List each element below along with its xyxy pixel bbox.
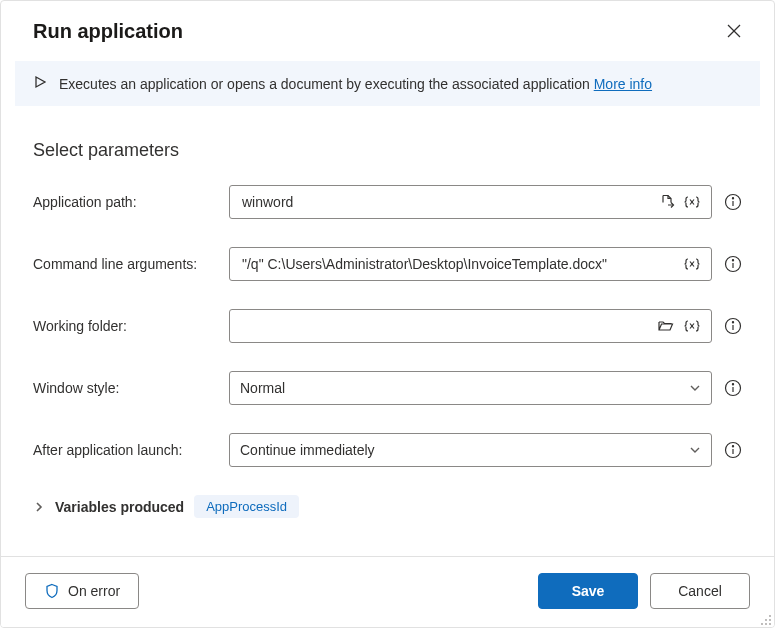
- label-application-path: Application path:: [33, 194, 229, 210]
- window-style-value: Normal: [240, 380, 285, 396]
- working-folder-input[interactable]: [240, 317, 651, 335]
- select-folder-icon[interactable]: [657, 318, 675, 334]
- application-path-input-wrap[interactable]: [229, 185, 712, 219]
- section-title: Select parameters: [33, 140, 742, 161]
- label-command-line-arguments: Command line arguments:: [33, 256, 229, 272]
- window-style-select[interactable]: Normal: [229, 371, 712, 405]
- variable-picker-icon[interactable]: [683, 256, 701, 272]
- row-working-folder: Working folder:: [33, 309, 742, 343]
- info-icon-after-launch[interactable]: [724, 441, 742, 459]
- label-after-launch: After application launch:: [33, 442, 229, 458]
- after-launch-select[interactable]: Continue immediately: [229, 433, 712, 467]
- dialog-content: Select parameters Application path:: [1, 120, 774, 556]
- application-path-input[interactable]: [240, 193, 653, 211]
- close-button[interactable]: [722, 19, 746, 43]
- shield-icon: [44, 583, 60, 599]
- row-application-path: Application path:: [33, 185, 742, 219]
- info-banner: Executes an application or opens a docum…: [15, 61, 760, 106]
- variable-chip-appprocessid[interactable]: AppProcessId: [194, 495, 299, 518]
- command-line-arguments-input-wrap[interactable]: [229, 247, 712, 281]
- row-command-line-arguments: Command line arguments:: [33, 247, 742, 281]
- more-info-link[interactable]: More info: [594, 76, 652, 92]
- variables-produced-label: Variables produced: [55, 499, 184, 515]
- on-error-button[interactable]: On error: [25, 573, 139, 609]
- chevron-right-icon: [33, 501, 45, 513]
- after-launch-value: Continue immediately: [240, 442, 375, 458]
- variables-produced-row: Variables produced AppProcessId: [33, 495, 742, 518]
- row-window-style: Window style: Normal: [33, 371, 742, 405]
- working-folder-input-wrap[interactable]: [229, 309, 712, 343]
- svg-point-20: [732, 384, 733, 385]
- row-after-launch: After application launch: Continue immed…: [33, 433, 742, 467]
- banner-text: Executes an application or opens a docum…: [59, 76, 652, 92]
- label-working-folder: Working folder:: [33, 318, 229, 334]
- svg-marker-2: [36, 77, 45, 87]
- info-icon-window-style[interactable]: [724, 379, 742, 397]
- select-file-icon[interactable]: [659, 194, 675, 210]
- svg-point-17: [732, 322, 733, 323]
- close-icon: [727, 24, 741, 38]
- variable-picker-icon[interactable]: [683, 194, 701, 210]
- command-line-arguments-input[interactable]: [240, 255, 677, 273]
- chevron-down-icon: [689, 382, 701, 394]
- on-error-label: On error: [68, 583, 120, 599]
- run-icon: [33, 75, 47, 92]
- svg-point-23: [732, 446, 733, 447]
- chevron-down-icon: [689, 444, 701, 456]
- dialog-footer: On error Save Cancel: [1, 556, 774, 627]
- cancel-button[interactable]: Cancel: [650, 573, 750, 609]
- info-icon-command-line-arguments[interactable]: [724, 255, 742, 273]
- info-icon-application-path[interactable]: [724, 193, 742, 211]
- variable-picker-icon[interactable]: [683, 318, 701, 334]
- dialog-header: Run application: [1, 1, 774, 61]
- info-icon-working-folder[interactable]: [724, 317, 742, 335]
- dialog-title: Run application: [33, 20, 183, 43]
- svg-point-12: [732, 260, 733, 261]
- label-window-style: Window style:: [33, 380, 229, 396]
- expand-variables-toggle[interactable]: [33, 501, 45, 513]
- save-button[interactable]: Save: [538, 573, 638, 609]
- svg-point-7: [732, 198, 733, 199]
